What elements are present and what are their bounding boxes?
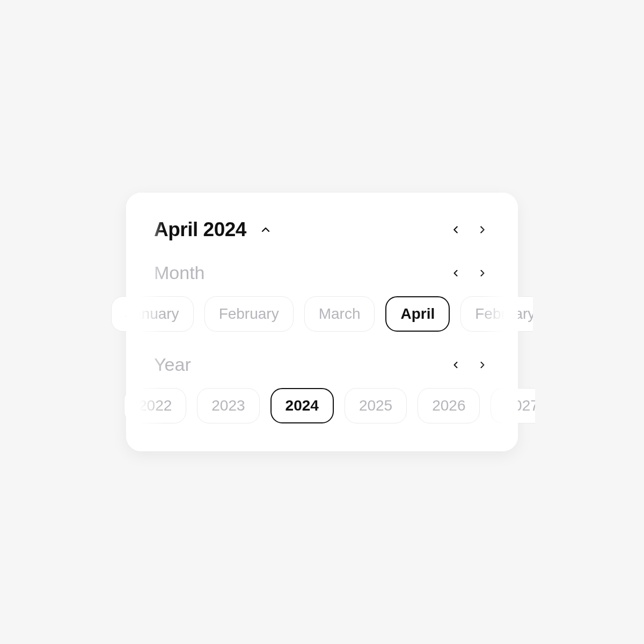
month-section-header: Month: [154, 262, 490, 283]
header-left: April 2024: [154, 218, 273, 241]
year-option[interactable]: 2025: [345, 388, 407, 423]
year-section-header: Year: [154, 354, 490, 375]
selected-date-title: April 2024: [154, 218, 246, 241]
month-next-button[interactable]: [475, 266, 490, 281]
month-option[interactable]: April: [385, 296, 450, 332]
month-label: Month: [154, 262, 205, 283]
year-option[interactable]: 2026: [418, 388, 480, 423]
year-nav: [448, 357, 490, 372]
year-scroll-row: 202220232024202520262027: [124, 388, 535, 423]
next-period-button[interactable]: [475, 222, 490, 237]
month-option[interactable]: February: [460, 296, 533, 332]
chevron-up-icon[interactable]: [258, 222, 273, 237]
year-label: Year: [154, 354, 191, 375]
month-option[interactable]: January: [111, 296, 194, 332]
month-option[interactable]: February: [204, 296, 294, 332]
year-option[interactable]: 2023: [197, 388, 259, 423]
header-row: April 2024: [154, 218, 490, 241]
month-nav: [448, 266, 490, 281]
year-option[interactable]: 2022: [124, 388, 186, 423]
year-next-button[interactable]: [475, 357, 490, 372]
prev-period-button[interactable]: [448, 222, 463, 237]
year-prev-button[interactable]: [448, 357, 463, 372]
month-prev-button[interactable]: [448, 266, 463, 281]
month-scroll-row: JanuaryFebruaryMarchAprilFebruary: [111, 296, 533, 332]
header-nav: [448, 222, 490, 237]
month-option[interactable]: March: [304, 296, 375, 332]
date-picker-card: April 2024 Month JanuaryFebruaryMarchApr…: [126, 193, 518, 451]
year-option[interactable]: 2024: [270, 388, 334, 423]
year-option[interactable]: 2027: [491, 388, 535, 423]
